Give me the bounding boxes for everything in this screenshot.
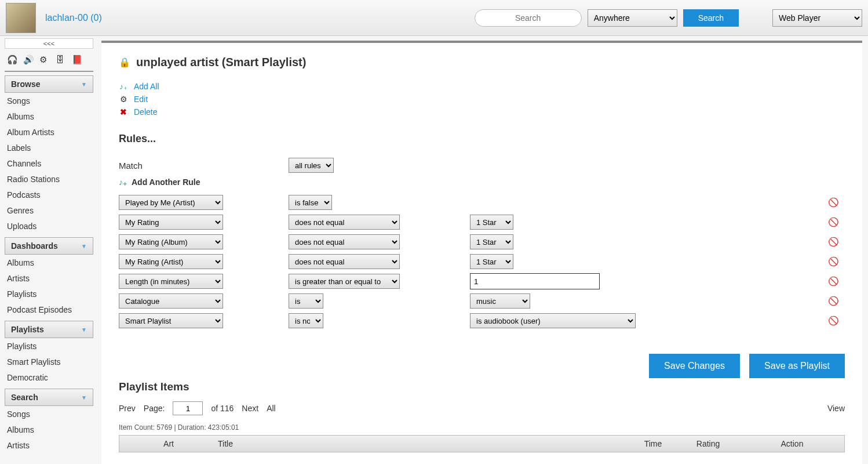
collapse-sidebar[interactable]: <<<: [5, 38, 93, 49]
pl-smart[interactable]: Smart Playlists: [5, 354, 93, 369]
col-title[interactable]: Title: [218, 439, 630, 448]
nav-genres[interactable]: Genres: [5, 202, 93, 218]
rule-value-select[interactable]: 1 Star: [470, 254, 513, 269]
prev-link[interactable]: Prev: [119, 404, 136, 413]
col-rating[interactable]: Rating: [676, 439, 740, 448]
username-link[interactable]: lachlan-00 (0): [45, 13, 102, 23]
search-input[interactable]: [475, 9, 582, 27]
search-albums[interactable]: Albums: [5, 422, 93, 437]
section-playlists[interactable]: Playlists▼: [5, 321, 93, 338]
rule-op-select[interactable]: does not equal: [289, 254, 400, 269]
avatar[interactable]: [6, 3, 36, 33]
web-player-select[interactable]: Web Player: [772, 9, 862, 27]
rule-value-select[interactable]: is audiobook (user): [470, 313, 636, 328]
rule-op-select[interactable]: is: [289, 293, 323, 309]
nav-channels[interactable]: Channels: [5, 155, 93, 171]
top-header: lachlan-00 (0) Anywhere Search Web Playe…: [0, 0, 868, 36]
dash-playlists[interactable]: Playlists: [5, 286, 93, 302]
server-icon[interactable]: 🗄: [56, 55, 66, 65]
sidebar: <<< 🎧 🔊 ⚙ 🗄 📕 Browse▼ Songs Albums Album…: [0, 36, 96, 464]
rule-value-select[interactable]: music: [470, 293, 530, 309]
search-artists[interactable]: Artists: [5, 437, 93, 453]
quick-icons: 🎧 🔊 ⚙ 🗄 📕: [5, 51, 93, 72]
page-number-input[interactable]: [173, 401, 203, 415]
rule-field-select[interactable]: Played by Me (Artist): [119, 195, 223, 210]
col-art[interactable]: Art: [119, 439, 218, 448]
chevron-down-icon: ▼: [81, 327, 87, 333]
section-browse[interactable]: Browse▼: [5, 75, 93, 93]
remove-rule-icon[interactable]: 🚫: [828, 296, 839, 306]
items-heading: Playlist Items: [119, 380, 845, 393]
rule-op-select[interactable]: is false: [289, 195, 332, 210]
chevron-down-icon: ▼: [81, 81, 87, 88]
music-plus-icon: ♪₊: [119, 177, 127, 187]
view-link[interactable]: View: [827, 404, 845, 413]
rule-field-select[interactable]: My Rating: [119, 215, 223, 230]
nav-album-artists[interactable]: Album Artists: [5, 124, 93, 140]
nav-albums[interactable]: Albums: [5, 108, 93, 124]
chevron-down-icon: ▼: [81, 243, 87, 249]
delete-x-icon: ✖: [119, 107, 128, 117]
nav-labels[interactable]: Labels: [5, 140, 93, 155]
remove-rule-icon[interactable]: 🚫: [828, 237, 839, 246]
pl-democratic[interactable]: Democratic: [5, 369, 93, 385]
remove-rule-icon[interactable]: 🚫: [828, 256, 839, 266]
section-dashboards[interactable]: Dashboards▼: [5, 237, 93, 255]
search-button[interactable]: Search: [683, 9, 739, 27]
page-total: of 116: [211, 404, 234, 413]
add-rule-link[interactable]: ♪₊ Add Another Rule: [119, 177, 845, 187]
rule-field-select[interactable]: Length (in minutes): [119, 274, 223, 289]
rule-field-select[interactable]: My Rating (Artist): [119, 254, 223, 269]
rule-op-select[interactable]: is greater than or equal to: [289, 274, 400, 289]
remove-rule-icon[interactable]: 🚫: [828, 276, 839, 286]
book-icon[interactable]: 📕: [72, 55, 82, 65]
search-scope-select[interactable]: Anywhere: [588, 9, 677, 27]
headphones-icon[interactable]: 🎧: [7, 55, 17, 65]
remove-rule-icon[interactable]: 🚫: [828, 197, 839, 207]
speaker-icon[interactable]: 🔊: [23, 55, 34, 65]
rule-op-select[interactable]: does not equal: [289, 215, 400, 230]
search-songs[interactable]: Songs: [5, 406, 93, 422]
page-label: Page:: [144, 404, 165, 413]
delete-link[interactable]: Delete: [134, 107, 157, 117]
lock-icon: 🔒: [119, 57, 130, 68]
rules-heading: Rules...: [119, 133, 845, 145]
nav-uploads[interactable]: Uploads: [5, 218, 93, 234]
rule-op-select[interactable]: does not equal: [289, 234, 400, 249]
remove-rule-icon[interactable]: 🚫: [828, 217, 839, 227]
gear-icon: ⚙: [119, 95, 128, 104]
dash-podcast-episodes[interactable]: Podcast Episodes: [5, 302, 93, 317]
nav-podcasts[interactable]: Podcasts: [5, 187, 93, 202]
add-all-link[interactable]: Add All: [134, 82, 159, 91]
nav-radio[interactable]: Radio Stations: [5, 171, 93, 187]
remove-rule-icon[interactable]: 🚫: [828, 316, 839, 325]
page-title: 🔒 unplayed artist (Smart Playlist): [119, 56, 845, 69]
table-header: Art Title Time Rating Action: [119, 435, 845, 452]
edit-link[interactable]: Edit: [134, 95, 148, 104]
match-select[interactable]: all rules: [289, 158, 334, 173]
next-link[interactable]: Next: [242, 404, 258, 413]
all-link[interactable]: All: [267, 404, 276, 413]
gear-icon[interactable]: ⚙: [39, 55, 50, 65]
pl-playlists[interactable]: Playlists: [5, 338, 93, 354]
chevron-down-icon: ▼: [81, 394, 87, 401]
save-changes-button[interactable]: Save Changes: [649, 354, 740, 378]
item-stats: Item Count: 5769 | Duration: 423:05:01: [119, 423, 845, 432]
save-as-playlist-button[interactable]: Save as Playlist: [749, 354, 845, 378]
dash-artists[interactable]: Artists: [5, 270, 93, 286]
music-plus-icon: ♪₊: [119, 82, 128, 91]
col-time[interactable]: Time: [630, 439, 676, 448]
col-action[interactable]: Action: [740, 439, 844, 448]
content-area: 🔒 unplayed artist (Smart Playlist) ♪₊Add…: [101, 41, 862, 464]
dash-albums[interactable]: Albums: [5, 255, 93, 270]
rule-field-select[interactable]: Catalogue: [119, 293, 223, 309]
rule-value-select[interactable]: 1 Star: [470, 215, 513, 230]
rule-field-select[interactable]: My Rating (Album): [119, 234, 223, 249]
rule-value-input[interactable]: [470, 273, 600, 289]
section-search[interactable]: Search▼: [5, 389, 93, 406]
nav-songs[interactable]: Songs: [5, 93, 93, 108]
rule-op-select[interactable]: is not: [289, 313, 323, 328]
rule-value-select[interactable]: 1 Star: [470, 234, 513, 249]
match-label: Match: [119, 161, 289, 171]
rule-field-select[interactable]: Smart Playlist: [119, 313, 223, 328]
